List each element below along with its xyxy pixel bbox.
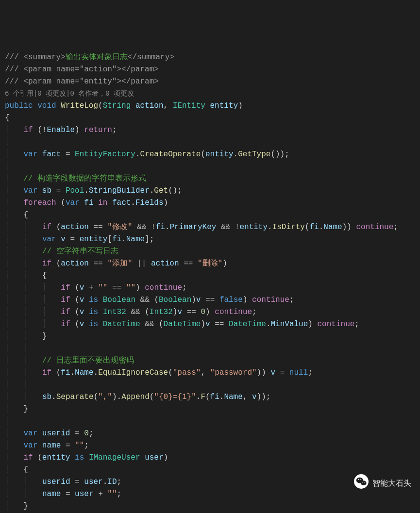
method-name: WriteLog <box>61 101 98 110</box>
xml-doc-param1: /// <param name="action"></param> <box>5 65 159 74</box>
comment: // 日志里面不要出现密码 <box>42 356 134 365</box>
svg-point-3 <box>358 479 359 480</box>
watermark: 智能大石头 <box>345 462 411 504</box>
codelens[interactable]: 6 个引用|0 项更改|0 名作者，0 项更改 <box>5 90 134 98</box>
svg-point-2 <box>361 480 367 485</box>
code-editor[interactable]: /// <summary>输出实体对象日志</summary> /// <par… <box>5 51 415 513</box>
svg-point-4 <box>360 479 361 480</box>
comment: // 构造字段数据的字符串表示形式 <box>23 174 146 183</box>
svg-point-6 <box>364 482 365 483</box>
comment: // 空字符串不写日志 <box>42 247 118 256</box>
watermark-text: 智能大石头 <box>372 477 411 489</box>
svg-point-5 <box>362 482 363 483</box>
xml-doc-param2: /// <param name="entity"></param> <box>5 77 159 86</box>
xml-doc-summary: /// <summary>输出实体对象日志</summary> <box>5 53 174 62</box>
wechat-icon <box>345 462 369 504</box>
